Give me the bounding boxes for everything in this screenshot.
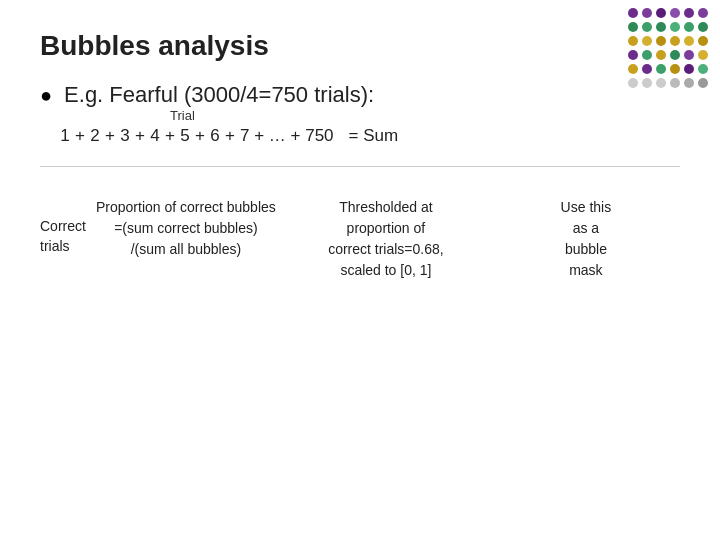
col-proportion: Proportion of correct bubbles=(sum corre… — [86, 197, 286, 281]
page-container: Bubbles analysis ● E.g. Fearful (3000/4=… — [0, 0, 720, 540]
bottom-section: Correcttrials Proportion of correct bubb… — [40, 177, 680, 281]
dot — [628, 36, 638, 46]
dot — [698, 64, 708, 74]
dot — [628, 22, 638, 32]
trial-row: 1 + 2 + 3 + 4 + 5 + 6 + 7 + … + 750 = Su… — [60, 126, 680, 146]
dot — [684, 78, 694, 88]
t4: 4 — [150, 126, 160, 146]
dot — [628, 50, 638, 60]
dot-grid — [628, 8, 710, 90]
p5: + — [195, 126, 205, 146]
divider — [40, 166, 680, 167]
col-thresholded: Thresholded atproportion ofcorrect trial… — [286, 197, 486, 281]
dot — [684, 22, 694, 32]
t-rest: 7 + … + 750 — [240, 126, 334, 146]
trial-row-container: Trial 1 + 2 + 3 + 4 + 5 + 6 + 7 + … + 75… — [60, 126, 680, 146]
dot — [698, 8, 708, 18]
t6: 6 — [210, 126, 220, 146]
dot — [656, 78, 666, 88]
p2: + — [105, 126, 115, 146]
p3: + — [135, 126, 145, 146]
dot — [670, 64, 680, 74]
dot — [684, 36, 694, 46]
dot — [656, 22, 666, 32]
dot — [670, 50, 680, 60]
bullet-section: ● E.g. Fearful (3000/4=750 trials): — [40, 82, 680, 108]
dot — [642, 22, 652, 32]
dot — [670, 36, 680, 46]
p4: + — [165, 126, 175, 146]
dot — [670, 8, 680, 18]
t3: 3 — [120, 126, 130, 146]
p1: + — [75, 126, 85, 146]
dot — [656, 64, 666, 74]
dot — [642, 36, 652, 46]
trial-label: Trial — [170, 108, 195, 123]
dot — [684, 8, 694, 18]
sum-label: = Sum — [349, 126, 399, 146]
example-text: E.g. Fearful (3000/4=750 trials): — [64, 82, 374, 108]
t2: 2 — [90, 126, 100, 146]
bottom-columns: Proportion of correct bubbles=(sum corre… — [86, 197, 686, 281]
dot — [698, 50, 708, 60]
dot — [656, 36, 666, 46]
correct-trials-label: Correcttrials — [40, 217, 86, 256]
t1: 1 — [60, 126, 70, 146]
bullet-icon: ● — [40, 84, 52, 107]
dot — [628, 64, 638, 74]
t5: 5 — [180, 126, 190, 146]
dot — [684, 50, 694, 60]
col-use-this: Use thisas abubblemask — [486, 197, 686, 281]
dot — [698, 78, 708, 88]
dot — [670, 22, 680, 32]
dot — [642, 8, 652, 18]
dot — [628, 78, 638, 88]
dot — [698, 36, 708, 46]
dot — [642, 50, 652, 60]
dot — [628, 8, 638, 18]
dot — [642, 78, 652, 88]
dot — [656, 50, 666, 60]
p6: + — [225, 126, 235, 146]
dot — [698, 22, 708, 32]
dot — [670, 78, 680, 88]
dot — [656, 8, 666, 18]
page-title: Bubbles analysis — [40, 30, 680, 62]
dot — [684, 64, 694, 74]
dot — [642, 64, 652, 74]
